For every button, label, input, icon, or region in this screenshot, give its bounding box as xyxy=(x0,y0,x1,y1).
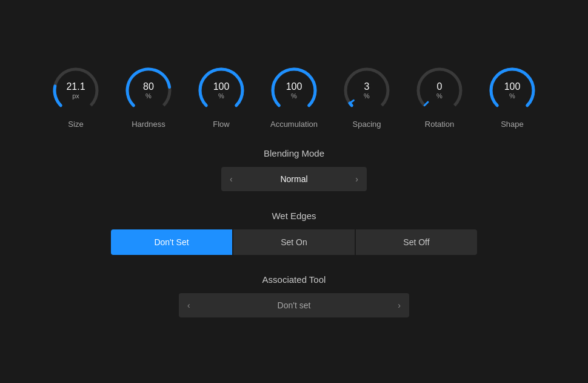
knob-unit-spacing: % xyxy=(364,92,370,100)
knob-unit-rotation: % xyxy=(436,92,443,100)
wet-edges-section: Wet Edges Don't SetSet OnSet Off xyxy=(21,211,567,255)
knob-center-rotation: 0% xyxy=(436,80,443,100)
svg-line-1 xyxy=(424,102,428,106)
knob-center-size: 21.1px xyxy=(66,80,85,100)
knob-label-spacing: Spacing xyxy=(353,120,381,129)
knob-item-spacing[interactable]: 3%Spacing xyxy=(342,66,391,129)
knob-label-flow: Flow xyxy=(213,120,229,129)
knob-value-rotation: 0 xyxy=(436,80,443,92)
wet-edges-dont-set-button[interactable]: Don't Set xyxy=(111,229,232,255)
blending-mode-value: Normal xyxy=(280,174,307,184)
knob-center-shape: 100% xyxy=(504,80,521,100)
knob-item-shape[interactable]: 100%Shape xyxy=(488,66,536,129)
knob-value-size: 21.1 xyxy=(66,80,85,92)
knob-accumulation[interactable]: 100% xyxy=(270,66,318,115)
associated-tool-value: Don't set xyxy=(278,300,311,310)
knob-size[interactable]: 21.1px xyxy=(52,66,100,115)
blending-mode-left-arrow[interactable]: ‹ xyxy=(230,174,233,184)
knob-unit-size: px xyxy=(66,92,85,100)
knob-center-spacing: 3% xyxy=(364,80,370,100)
knob-center-flow: 100% xyxy=(213,80,230,100)
knob-label-rotation: Rotation xyxy=(425,120,454,129)
knob-rotation[interactable]: 0% xyxy=(415,66,464,115)
knob-shape[interactable]: 100% xyxy=(488,66,536,115)
blending-mode-title: Blending Mode xyxy=(264,148,324,158)
knob-value-hardness: 80 xyxy=(143,80,154,92)
knob-label-size: Size xyxy=(68,120,83,129)
knob-item-size[interactable]: 21.1pxSize xyxy=(52,66,100,129)
wet-edges-set-off-button[interactable]: Set Off xyxy=(356,229,477,255)
knobs-row: 21.1pxSize80%Hardness100%Flow100%Accumul… xyxy=(52,66,536,129)
knob-center-accumulation: 100% xyxy=(286,80,302,100)
associated-tool-right-arrow[interactable]: › xyxy=(398,300,401,310)
svg-line-0 xyxy=(350,100,353,103)
blending-mode-dropdown[interactable]: ‹ Normal › xyxy=(221,167,367,191)
associated-tool-dropdown[interactable]: ‹ Don't set › xyxy=(179,293,409,317)
knob-item-flow[interactable]: 100%Flow xyxy=(197,66,246,129)
associated-tool-title: Associated Tool xyxy=(262,274,326,285)
wet-edges-button-group: Don't SetSet OnSet Off xyxy=(111,229,477,255)
blending-mode-section: Blending Mode ‹ Normal › xyxy=(21,148,567,191)
knob-flow[interactable]: 100% xyxy=(197,66,246,115)
knob-item-rotation[interactable]: 0%Rotation xyxy=(415,66,464,129)
knob-value-flow: 100 xyxy=(213,80,230,92)
knob-hardness[interactable]: 80% xyxy=(124,66,173,115)
knob-label-accumulation: Accumulation xyxy=(270,120,318,129)
knob-item-accumulation[interactable]: 100%Accumulation xyxy=(270,66,318,129)
wet-edges-title: Wet Edges xyxy=(272,211,316,221)
knob-value-shape: 100 xyxy=(504,80,521,92)
associated-tool-left-arrow[interactable]: ‹ xyxy=(187,300,190,310)
knob-unit-accumulation: % xyxy=(286,92,302,100)
knob-value-spacing: 3 xyxy=(364,80,370,92)
knob-spacing[interactable]: 3% xyxy=(342,66,391,115)
knob-unit-hardness: % xyxy=(143,92,154,100)
main-container: 21.1pxSize80%Hardness100%Flow100%Accumul… xyxy=(21,66,567,317)
wet-edges-set-on-button[interactable]: Set On xyxy=(233,229,355,255)
knob-unit-shape: % xyxy=(504,92,521,100)
knob-value-accumulation: 100 xyxy=(286,80,302,92)
knob-item-hardness[interactable]: 80%Hardness xyxy=(124,66,173,129)
associated-tool-section: Associated Tool ‹ Don't set › xyxy=(21,274,567,317)
knob-label-shape: Shape xyxy=(501,120,524,129)
knob-center-hardness: 80% xyxy=(143,80,154,100)
knob-label-hardness: Hardness xyxy=(132,120,165,129)
knob-unit-flow: % xyxy=(213,92,230,100)
blending-mode-right-arrow[interactable]: › xyxy=(355,174,358,184)
